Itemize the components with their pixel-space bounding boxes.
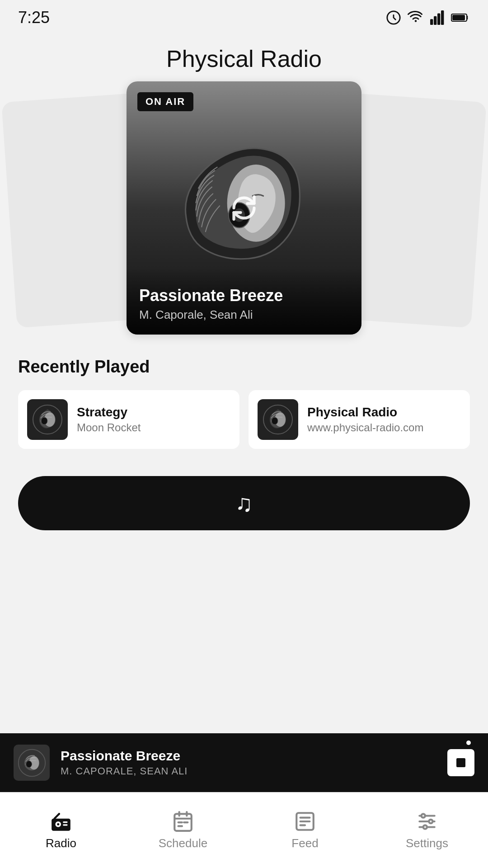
on-air-badge: ON AIR [137,92,193,111]
svg-point-46 [423,825,427,829]
recently-played-section: Recently Played Strategy Moon Ro [0,335,488,458]
mini-player-artists: M. CAPORALE, SEAN ALI [61,765,447,777]
card-overlay: Passionate Breeze M. Caporale, Sean Ali [127,268,361,335]
rp-thumb-1 [27,399,68,440]
svg-point-44 [422,814,425,817]
mini-player[interactable]: Passionate Breeze M. CAPORALE, SEAN ALI [0,733,488,792]
card-artists: M. Caporale, Sean Ali [139,308,349,322]
mini-player-track: Passionate Breeze [61,748,447,764]
recently-played-list: Strategy Moon Rocket Physical Radi [18,390,470,449]
page-title: Physical Radio [0,45,488,72]
recently-played-item-1[interactable]: Strategy Moon Rocket [18,390,239,449]
rp-thumb-art-2 [262,404,294,435]
signal-icon [430,10,445,25]
svg-rect-23 [456,758,465,767]
svg-rect-7 [452,15,465,20]
bottom-nav: Radio Schedule Feed [0,792,488,868]
mini-player-art [17,748,47,778]
rp-thumb-art-1 [32,404,63,435]
svg-rect-4 [437,13,440,25]
svg-rect-2 [430,19,433,25]
svg-point-26 [57,823,59,826]
media-icon [386,10,401,25]
nav-label-radio: Radio [46,836,76,850]
radio-icon [50,810,72,833]
recently-played-title: Recently Played [18,357,470,377]
nav-item-schedule[interactable]: Schedule [122,806,244,855]
svg-rect-27 [63,821,67,823]
recently-played-item-2[interactable]: Physical Radio www.physical-radio.com [249,390,470,449]
schedule-icon [172,810,194,833]
rp-thumb-2 [258,399,298,440]
nav-item-settings[interactable]: Settings [366,806,488,855]
battery-icon [451,11,470,24]
svg-point-14 [41,417,47,425]
rp-artist-1: Moon Rocket [77,421,230,434]
svg-rect-28 [63,824,67,826]
settings-icon [416,810,438,833]
nav-label-feed: Feed [291,836,318,850]
music-bar: ♫ [18,476,470,530]
svg-rect-3 [434,16,436,25]
nav-label-settings: Settings [406,836,448,850]
svg-rect-24 [52,819,70,831]
rp-track-2: Physical Radio [307,405,461,420]
music-bar-button[interactable]: ♫ [18,476,470,530]
refresh-icon[interactable] [230,194,258,222]
card-track-name: Passionate Breeze [139,286,349,305]
mini-player-info: Passionate Breeze M. CAPORALE, SEAN ALI [61,748,447,777]
main-card-area: ON AIR [0,81,488,335]
music-note-icon: ♫ [235,490,253,517]
mini-player-dot [466,741,471,745]
page-header: Physical Radio [0,32,488,81]
status-icons [386,9,470,26]
feed-icon [294,810,316,833]
status-bar: 7:25 [0,0,488,32]
status-time: 7:25 [18,8,50,27]
rp-artist-2: www.physical-radio.com [307,421,461,434]
on-air-card[interactable]: ON AIR [127,81,361,335]
stop-icon [454,756,468,769]
mini-player-thumb [14,745,50,781]
rp-info-1: Strategy Moon Rocket [77,405,230,434]
svg-rect-5 [441,10,444,25]
mini-player-stop-button[interactable] [447,749,474,776]
wifi-icon [408,9,424,26]
svg-point-1 [415,20,417,22]
svg-point-45 [429,820,432,823]
card-image: Passionate Breeze M. Caporale, Sean Ali [127,81,361,335]
svg-point-18 [272,417,278,425]
nav-item-feed[interactable]: Feed [244,806,366,855]
rp-info-2: Physical Radio www.physical-radio.com [307,405,461,434]
nav-label-schedule: Schedule [159,836,207,850]
svg-point-22 [26,760,32,767]
svg-point-29 [58,813,60,815]
nav-item-radio[interactable]: Radio [0,806,122,855]
rp-track-1: Strategy [77,405,230,420]
